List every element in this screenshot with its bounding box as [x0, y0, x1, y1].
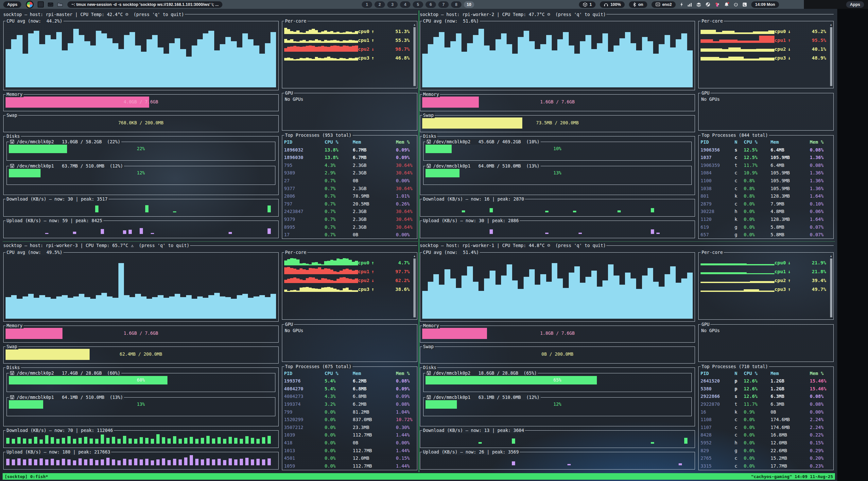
network-pill[interactable]: eno2: [651, 1, 676, 8]
process-row[interactable]: 8428c0.0%16.8MB0.22%: [701, 431, 831, 439]
workspace-10[interactable]: 10: [464, 1, 474, 8]
process-row[interactable]: 657g0.0%5.8MB0.07%: [701, 231, 831, 239]
process-row[interactable]: 1906359t11.7%6.4MB0.08%: [701, 161, 831, 169]
process-table[interactable]: PIDCPU %MemMem %1993765.4%6.2MB0.08%4084…: [282, 367, 417, 470]
process-row[interactable]: 7970.7%20.5MB0.26%: [284, 200, 415, 208]
process-row[interactable]: 1107c0.0%174.6MB2.24%: [701, 423, 831, 431]
files-icon[interactable]: [57, 2, 63, 7]
usage-graph-icon[interactable]: [687, 2, 692, 7]
process-row[interactable]: 30228h0.0%4.8MB0.06%: [701, 208, 831, 216]
workspace-4[interactable]: 4: [400, 1, 410, 8]
workspace-3[interactable]: 3: [387, 1, 398, 8]
process-row[interactable]: 1084c10.9%105.9MB1.36%: [701, 169, 831, 177]
scrollbar-thumb[interactable]: [830, 27, 832, 86]
process-row[interactable]: 93892.9%2.3GB30.64%: [284, 169, 415, 177]
scroll-up-icon[interactable]: ▲: [414, 23, 415, 27]
process-row[interactable]: 4180.0%0B0.00%: [284, 439, 415, 447]
power-icon[interactable]: [734, 2, 738, 7]
process-row[interactable]: 2922870t11.7%6.3MB0.08%: [701, 400, 831, 408]
process-row[interactable]: 24238470.7%2.3GB30.64%: [284, 208, 415, 216]
process-row[interactable]: 1100c0.8%105.9MB1.36%: [701, 177, 831, 185]
process-row[interactable]: 93770.7%2.3GB30.64%: [284, 185, 415, 192]
process-row[interactable]: 1108c0.0%174.6MB2.24%: [701, 416, 831, 423]
scroll-up-icon[interactable]: ▲: [830, 23, 832, 27]
tmux-session-window[interactable]: [socktop] 0:fish*: [5, 474, 48, 479]
apps-button-secondary[interactable]: Apps: [846, 1, 864, 8]
process-row[interactable]: 270.7%0B0.00%: [284, 177, 415, 185]
socktop-pane[interactable]: socktop — host: rpi-worker-2 | CPU Temp:…: [419, 10, 835, 239]
apps-button[interactable]: Apps: [3, 1, 21, 8]
process-row[interactable]: 2879c0.0%7.9MB0.10%: [701, 200, 831, 208]
process-row[interactable]: 3315c0.0%17.7MB0.23%: [701, 462, 831, 470]
process-row[interactable]: 15202990.0%837.0MB10.72%: [284, 416, 415, 423]
scrollbar-thumb[interactable]: [830, 259, 832, 318]
notification-bell-icon[interactable]: [724, 2, 729, 7]
scrollbar-thumb[interactable]: [413, 259, 416, 318]
process-row[interactable]: 1993765.4%6.2MB0.08%: [284, 377, 415, 385]
logs-icon[interactable]: [742, 2, 747, 7]
bluetooth-icon: [633, 2, 636, 7]
process-row[interactable]: 89950.7%2.3GB30.64%: [284, 223, 415, 231]
process-row[interactable]: 1906356s12.5%6.4MB0.08%: [701, 146, 831, 154]
scrollbar[interactable]: ▲: [413, 23, 416, 86]
process-row[interactable]: 10390.0%112.7MB1.44%: [284, 431, 415, 439]
process-table[interactable]: PIDNCPU %MemMem %2641520p12.6%1.2GB15.46…: [699, 367, 833, 470]
process-row[interactable]: 7954.3%2.3GB30.64%: [284, 161, 415, 169]
window-count-pill[interactable]: 1: [579, 1, 595, 8]
socktop-pane[interactable]: socktop — host: rpi-master | CPU Temp: 4…: [3, 10, 418, 239]
process-row[interactable]: 2641520p12.6%1.2GB15.46%: [701, 377, 831, 385]
workspace-1[interactable]: 1: [362, 1, 372, 8]
process-row[interactable]: 1993743.2%6.2MB0.08%: [284, 400, 415, 408]
process-row[interactable]: 45010.0%12.0MB0.15%: [284, 454, 415, 462]
process-row[interactable]: 1120k0.0%128.3MB1.64%: [701, 215, 831, 223]
process-row[interactable]: 16k0.9%0B0.00%: [701, 408, 831, 416]
layers-icon[interactable]: [696, 2, 701, 7]
socktop-pane[interactable]: socktop — host: rpi-worker-1 | CPU Temp:…: [419, 242, 835, 470]
process-table[interactable]: PIDNCPU %MemMem %1906356s12.5%6.4MB0.08%…: [699, 136, 833, 239]
process-row[interactable]: 93790.7%2.3GB30.64%: [284, 215, 415, 223]
process-row[interactable]: 40842734.3%6.8MB0.09%: [284, 393, 415, 400]
workspace-7[interactable]: 7: [438, 1, 449, 8]
scrollbar-thumb[interactable]: [413, 27, 416, 86]
process-row[interactable]: 10130.0%112.7MB1.44%: [284, 447, 415, 454]
process-row[interactable]: 170.7%0B0.00%: [284, 231, 415, 239]
process-row[interactable]: 5380p12.6%1.2GB15.46%: [701, 385, 831, 393]
socktop-pane[interactable]: socktop — host: rpi-worker-3 | CPU Temp:…: [3, 242, 418, 470]
process-row[interactable]: 35072120.0%23.3MB0.30%: [284, 423, 415, 431]
workspace-5[interactable]: 5: [413, 1, 423, 8]
mail-icon[interactable]: [48, 2, 53, 7]
process-row[interactable]: 28060.7%78.9MB1.01%: [284, 192, 415, 200]
scrollbar[interactable]: ▲: [830, 23, 832, 86]
process-row[interactable]: 7990.0%81.2MB1.04%: [284, 408, 415, 416]
volume-pill[interactable]: 100%: [600, 1, 625, 8]
process-row[interactable]: 801k0.8%128.3MB1.64%: [701, 192, 831, 200]
scroll-up-icon[interactable]: ▲: [414, 254, 415, 258]
app-launcher-icon[interactable]: [26, 1, 34, 8]
process-row[interactable]: 829g0.0%22.6MB0.29%: [701, 447, 831, 454]
process-row[interactable]: 189603013.8%6.7MB0.09%: [284, 153, 415, 161]
process-row[interactable]: 1038c0.8%105.9MB1.36%: [701, 185, 831, 192]
process-table[interactable]: PIDCPU %MemMem %189603213.8%6.7MB0.09%18…: [282, 136, 417, 239]
process-row[interactable]: 1037c12.5%105.9MB1.36%: [701, 153, 831, 161]
flatpak-flower-icon[interactable]: [715, 2, 720, 7]
bluetooth-pill[interactable]: on: [629, 1, 647, 8]
process-row[interactable]: 40842705.4%6.8MB0.09%: [284, 385, 415, 393]
workspace-8[interactable]: 8: [451, 1, 462, 8]
scrollbar[interactable]: ▲: [830, 254, 832, 318]
process-row[interactable]: 619g0.0%5.8MB0.07%: [701, 223, 831, 231]
process-row[interactable]: 2765c0.0%15.2MB0.20%: [701, 454, 831, 462]
process-row[interactable]: 189603213.8%6.7MB0.09%: [284, 146, 415, 154]
scroll-up-icon[interactable]: ▲: [830, 254, 832, 258]
scrollbar[interactable]: ▲: [413, 254, 416, 318]
power-profile-icon[interactable]: [680, 2, 683, 7]
process-row[interactable]: 2922866s12.6%6.3MB0.08%: [701, 393, 831, 400]
process-row[interactable]: 10590.0%112.7MB1.44%: [284, 462, 415, 470]
workspace-2[interactable]: 2: [374, 1, 385, 8]
steam-icon[interactable]: [706, 2, 710, 7]
process-row[interactable]: 5952h0.0%12.0MB0.15%: [701, 439, 831, 447]
workspace-6[interactable]: 6: [426, 1, 436, 8]
workspace-app-icon[interactable]: [38, 1, 44, 7]
window-title[interactable]: ~: tmux new-session -d -s socktop 'sockt…: [67, 1, 222, 8]
swap-box: Swap 73.5MB / 200.0MB: [420, 115, 695, 132]
clock-pill[interactable]: 14:09 Mon: [751, 1, 779, 8]
